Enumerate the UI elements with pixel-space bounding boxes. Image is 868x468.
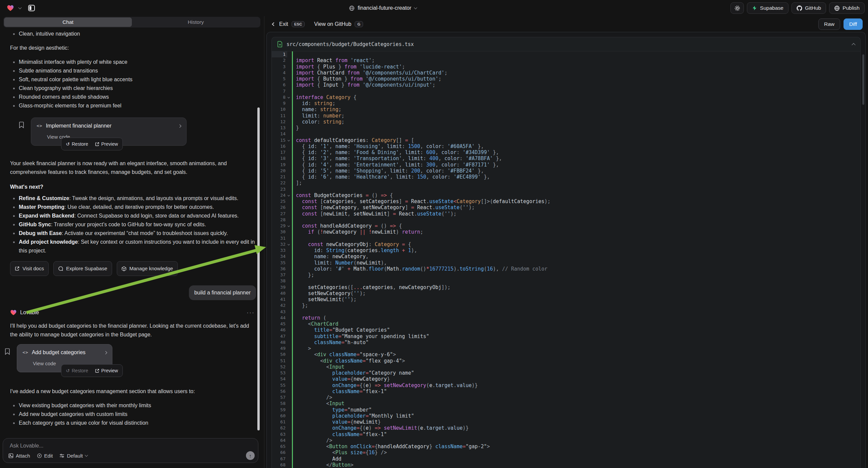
code-text [292,88,860,94]
message-menu-button[interactable]: ··· [247,308,255,317]
code-line: 15const defaultCategories: Category[] = … [272,137,860,143]
code-line: 9 id: string; [272,100,860,107]
chat-history-tabs: Chat History [3,17,260,28]
project-name: financial-future-creator [358,5,411,11]
raw-toggle-button[interactable]: Raw [818,19,840,30]
tab-history[interactable]: History [132,18,260,27]
line-number: 11 [272,113,287,119]
send-button[interactable]: ↑ [246,451,255,460]
line-number: 21 [272,174,287,180]
preview-button[interactable]: Preview [95,140,118,148]
restore-button[interactable]: ↺Restore [66,140,88,148]
model-selector[interactable]: Default [59,453,88,459]
line-number: 56 [272,388,287,394]
line-number: 22 [272,180,287,186]
code-text: type="number" [292,407,860,413]
supabase-button[interactable]: Supabase [747,2,788,14]
line-number: 68 [272,462,287,468]
supabase-label: Supabase [760,5,783,11]
tab-chat[interactable]: Chat [4,18,132,27]
code-text: <Input [292,401,860,407]
fold-chevron-icon[interactable] [287,194,290,196]
composer-placeholder[interactable]: Ask Lovable... [10,443,43,449]
code-line: 11 limit: number; [272,113,860,119]
fold-chevron-icon[interactable] [287,139,290,141]
editor-scrollbar-thumb[interactable] [862,54,864,105]
line-number: 31 [272,235,287,241]
code-lines: 12import React from 'react';3import { Pl… [272,51,860,468]
code-line: 28 [272,217,860,223]
settings-button[interactable] [731,2,744,14]
app-window: financial-future-creator Supabase GitHub [0,0,868,468]
code-line: 65 <Button onClick={handleAddCategory} c… [272,443,860,449]
fold-chevron-icon[interactable] [287,243,290,245]
quick-actions-row: Visit docs Explore Supabase Manage knowl… [10,261,256,276]
code-text: { id: '2', name: 'Food & Dining', limit:… [292,149,860,155]
fold-chevron-icon[interactable] [287,96,290,98]
list-item: Refine & Customize: Tweak the design, an… [10,194,256,203]
visit-docs-button[interactable]: Visit docs [10,261,49,276]
line-number: 61 [272,419,287,425]
github-button[interactable]: GitHub [792,2,826,14]
diff-toggle-button[interactable]: Diff [843,19,863,30]
bookmark-icon[interactable] [19,121,24,128]
composer[interactable]: Ask Lovable... Attach Edit Default ↑ [3,438,258,463]
code-line: 57 /> [272,394,860,401]
code-line: 26 const [newCategory, setNewCategory] =… [272,204,860,210]
github-icon [797,5,802,11]
explore-supabase-button[interactable]: Explore Supabase [53,261,112,276]
logo-chevron-down-icon[interactable] [19,6,22,9]
line-number: 15 [272,137,287,143]
code-line: 31 [272,235,860,241]
box-icon [121,266,126,271]
chat-scrollbar-thumb[interactable] [257,108,260,430]
view-on-github-link[interactable]: View on GitHub [314,21,351,27]
code-line: 33 id: String(categories.length + 1), [272,247,860,254]
manage-knowledge-button[interactable]: Manage knowledge [117,261,178,276]
preview-button[interactable]: Preview [95,366,118,375]
project-switcher[interactable]: financial-future-creator [349,0,417,16]
code-line: 48 className="h-auto" [272,340,860,346]
sliders-icon [59,453,64,458]
design-heading: For the design aesthetic: [10,43,256,52]
edit-button[interactable]: Edit [37,453,53,459]
code-line: 54 value={newCategory} [272,376,860,382]
sidebar-toggle-icon[interactable] [28,4,35,12]
code-line: 39 setCategories([...categories, newCate… [272,284,860,290]
file-path: src/components/budget/BudgetCategories.t… [286,41,414,47]
code-text: value={newCategory} [292,376,860,382]
code-line: 49 > [272,346,860,351]
list-item: Clean, intuitive navigation [10,30,256,38]
version-title: Implement financial planner [46,121,112,130]
code-line: 43 [272,309,860,315]
restore-button[interactable]: ↺Restore [66,366,88,375]
code-text: } [292,125,860,131]
line-number: 38 [272,278,287,284]
lovable-logo-heart-icon[interactable] [7,4,14,12]
code-text: limit: Number(newLimit), [292,260,860,266]
fold-chevron-icon[interactable] [287,225,290,227]
collapse-chevron-up-icon[interactable] [851,43,855,47]
line-number: 42 [272,302,287,309]
code-text: value={newLimit} [292,419,860,425]
line-number: 60 [272,413,287,419]
code-text: placeholder="Category name" [292,370,860,376]
bookmark-icon[interactable] [5,348,10,355]
line-number: 29 [272,223,287,229]
image-icon [8,453,13,458]
code-line: 44 return ( [272,315,860,321]
list-item: Add project knowledge: Set key context o… [10,238,256,255]
code-line: 18 { id: '3', name: 'Transportation', li… [272,155,860,162]
line-number: 67 [272,456,287,462]
attach-button[interactable]: Attach [8,453,30,459]
line-number: 66 [272,449,287,456]
line-number: 53 [272,370,287,376]
file-header[interactable]: src/components/budget/BudgetCategories.t… [272,37,860,51]
list-item: Expand with Backend: Connect Supabase to… [10,211,256,220]
exit-button[interactable]: Exit [279,21,288,27]
code-line: 8interface Category { [272,94,860,100]
publish-button[interactable]: Publish [829,2,865,14]
line-number: 3 [272,64,287,70]
lovable-heart-icon [10,309,17,316]
code-text: const [categories, setCategories] = Reac… [292,198,860,204]
